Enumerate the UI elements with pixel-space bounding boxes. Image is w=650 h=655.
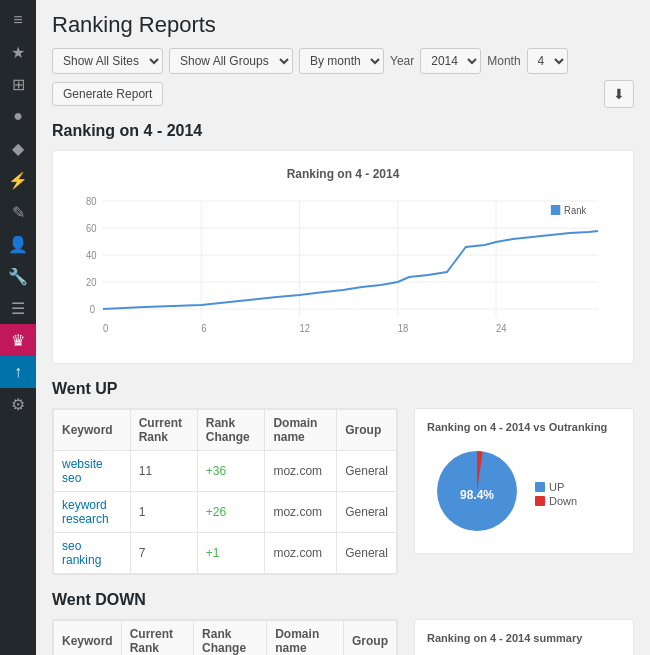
domain-cell: moz.com [265, 451, 337, 492]
legend-down: Down [535, 495, 577, 507]
line-chart-card: Ranking on 4 - 2014 80 60 40 20 0 0 6 12… [52, 150, 634, 364]
pie-summary-title: Ranking on 4 - 2014 summary [427, 632, 621, 644]
sidebar-icon-bolt[interactable]: ⚡ [0, 164, 36, 196]
col-domain: Domain name [265, 410, 337, 451]
pie-up-container: 98.4% UP Down [427, 441, 621, 541]
main-content: Ranking Reports Show All Sites Show All … [36, 0, 650, 655]
went-up-table-wrapper: Keyword Current Rank Rank Change Domain … [52, 408, 398, 575]
sidebar-icon-edit[interactable]: ✎ [0, 196, 36, 228]
change-cell: +36 [197, 451, 265, 492]
domain-cell: moz.com [265, 492, 337, 533]
sidebar-icon-user[interactable]: 👤 [0, 228, 36, 260]
sidebar-icon-settings[interactable]: ⚙ [0, 388, 36, 420]
sites-select[interactable]: Show All Sites [52, 48, 163, 74]
change-cell: +26 [197, 492, 265, 533]
went-down-table-wrapper: Keyword Current Rank Rank Change Domain … [52, 619, 398, 655]
table-row: website seo 11 +36 moz.com General [54, 451, 397, 492]
col-current-rank-d: Current Rank [121, 621, 193, 656]
sidebar-icon-grid[interactable]: ⊞ [0, 68, 36, 100]
table-row: seo ranking 7 +1 moz.com General [54, 533, 397, 574]
ranking-heading: Ranking on 4 - 2014 [52, 122, 634, 140]
group-cell: General [337, 492, 397, 533]
sidebar-icon-wrench[interactable]: 🔧 [0, 260, 36, 292]
col-group-d: Group [343, 621, 396, 656]
col-rank-change-d: Rank Change [194, 621, 267, 656]
line-chart-wrapper: 80 60 40 20 0 0 6 12 18 24 [69, 187, 617, 347]
svg-text:60: 60 [86, 223, 97, 234]
month-select[interactable]: 4 [527, 48, 568, 74]
col-domain-d: Domain name [267, 621, 344, 656]
legend-up-dot [535, 482, 545, 492]
svg-text:80: 80 [86, 196, 97, 207]
toolbar: Show All Sites Show All Groups By month … [52, 48, 634, 108]
went-up-table: Keyword Current Rank Rank Change Domain … [53, 409, 397, 574]
legend-down-label: Down [549, 495, 577, 507]
groups-select[interactable]: Show All Groups [169, 48, 293, 74]
went-down-content: Keyword Current Rank Rank Change Domain … [52, 619, 634, 655]
col-group: Group [337, 410, 397, 451]
keyword-cell: website seo [54, 451, 131, 492]
svg-text:20: 20 [86, 277, 97, 288]
change-cell: +1 [197, 533, 265, 574]
rank-cell: 1 [130, 492, 197, 533]
svg-text:98.4%: 98.4% [460, 488, 494, 502]
period-select[interactable]: By month [299, 48, 384, 74]
went-down-table: Keyword Current Rank Rank Change Domain … [53, 620, 397, 655]
legend-up-label: UP [549, 481, 564, 493]
sidebar-icon-bars[interactable]: ☰ [0, 292, 36, 324]
svg-text:Rank: Rank [564, 205, 586, 216]
svg-text:40: 40 [86, 250, 97, 261]
went-up-heading: Went UP [52, 380, 634, 398]
col-keyword: Keyword [54, 410, 131, 451]
generate-report-button[interactable]: Generate Report [52, 82, 163, 106]
table-row: keyword research 1 +26 moz.com General [54, 492, 397, 533]
pie-up-title: Ranking on 4 - 2014 vs Outranking [427, 421, 621, 433]
pie-up-chart: 98.4% [427, 441, 527, 541]
pie-up-card: Ranking on 4 - 2014 vs Outranking 98.4% [414, 408, 634, 554]
sidebar-icon-menu[interactable]: ≡ [0, 4, 36, 36]
col-current-rank: Current Rank [130, 410, 197, 451]
line-chart-title: Ranking on 4 - 2014 [69, 167, 617, 181]
svg-text:0: 0 [90, 304, 96, 315]
year-select[interactable]: 2014 [420, 48, 481, 74]
domain-cell: moz.com [265, 533, 337, 574]
went-down-header-row: Keyword Current Rank Rank Change Domain … [54, 621, 397, 656]
page-title: Ranking Reports [52, 12, 634, 38]
pie-up-legend: UP Down [535, 481, 577, 509]
went-up-header-row: Keyword Current Rank Rank Change Domain … [54, 410, 397, 451]
svg-text:6: 6 [201, 323, 206, 334]
line-chart-svg: 80 60 40 20 0 0 6 12 18 24 [69, 187, 617, 347]
went-down-section: Went DOWN Keyword Current Rank Rank Chan… [52, 591, 634, 655]
group-cell: General [337, 451, 397, 492]
group-cell: General [337, 533, 397, 574]
legend-up: UP [535, 481, 577, 493]
sidebar-icon-diamond[interactable]: ◆ [0, 132, 36, 164]
download-button[interactable]: ⬇ [604, 80, 634, 108]
svg-text:18: 18 [398, 323, 409, 334]
rank-cell: 7 [130, 533, 197, 574]
sidebar-icon-circle[interactable]: ● [0, 100, 36, 132]
keyword-cell: seo ranking [54, 533, 131, 574]
sidebar-icon-up[interactable]: ↑ [0, 356, 36, 388]
svg-text:12: 12 [300, 323, 311, 334]
col-rank-change: Rank Change [197, 410, 265, 451]
year-label: Year [390, 54, 414, 68]
legend-down-dot [535, 496, 545, 506]
pie-up-svg: 98.4% [427, 441, 527, 541]
rank-cell: 11 [130, 451, 197, 492]
month-label: Month [487, 54, 520, 68]
svg-rect-19 [551, 205, 560, 215]
sidebar-icon-star[interactable]: ★ [0, 36, 36, 68]
col-keyword-d: Keyword [54, 621, 122, 656]
went-up-section: Went UP Keyword Current Rank Rank Change… [52, 380, 634, 575]
svg-text:0: 0 [103, 323, 109, 334]
keyword-cell: keyword research [54, 492, 131, 533]
went-up-content: Keyword Current Rank Rank Change Domain … [52, 408, 634, 575]
sidebar: ≡ ★ ⊞ ● ◆ ⚡ ✎ 👤 🔧 ☰ ♛ ↑ ⚙ [0, 0, 36, 655]
sidebar-icon-crown[interactable]: ♛ [0, 324, 36, 356]
pie-summary-card: Ranking on 4 - 2014 summary 22.2% [414, 619, 634, 655]
went-down-heading: Went DOWN [52, 591, 634, 609]
svg-text:24: 24 [496, 323, 507, 334]
